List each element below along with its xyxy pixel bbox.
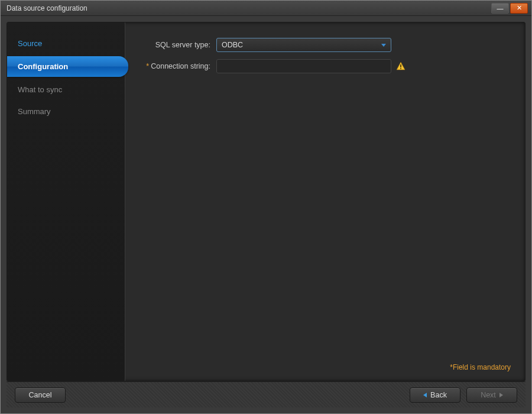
- wizard-sidebar: Source Configuration What to sync Summar…: [7, 22, 125, 381]
- main-panel: Source Configuration What to sync Summar…: [7, 22, 525, 381]
- chevron-down-icon: [381, 44, 386, 47]
- row-sql-server-type: SQL server type: ODBC: [140, 38, 511, 52]
- sidebar-item-label: What to sync: [18, 85, 62, 94]
- sidebar-item-source[interactable]: Source: [7, 34, 125, 53]
- label-connection-string: *Connection string:: [140, 62, 216, 70]
- button-label: Cancel: [29, 391, 52, 399]
- content-wrap: Source Configuration What to sync Summar…: [1, 16, 531, 413]
- minimize-icon: —: [497, 5, 504, 12]
- wizard-footer: Cancel Back Next: [7, 381, 525, 407]
- label-text: Connection string:: [151, 62, 210, 70]
- next-button[interactable]: Next: [466, 387, 517, 403]
- sidebar-item-what-to-sync[interactable]: What to sync: [7, 80, 125, 99]
- sidebar-item-label: Source: [18, 39, 42, 48]
- dialog-window: Data source configuration — ✕ Source Con…: [0, 0, 532, 414]
- button-label: Next: [481, 391, 496, 399]
- minimize-button[interactable]: —: [491, 3, 509, 14]
- mandatory-asterisk: *: [146, 62, 149, 70]
- close-button[interactable]: ✕: [510, 3, 528, 14]
- svg-rect-2: [400, 68, 401, 69]
- row-connection-string: *Connection string:: [140, 59, 511, 73]
- select-value: ODBC: [222, 41, 243, 49]
- label-sql-server-type: SQL server type:: [140, 41, 216, 49]
- mandatory-note: *Field is mandatory: [450, 363, 511, 371]
- titlebar: Data source configuration — ✕: [1, 1, 531, 16]
- window-title: Data source configuration: [7, 4, 491, 12]
- button-label: Back: [430, 391, 447, 399]
- sidebar-item-label: Configuration: [18, 62, 68, 71]
- input-connection-string[interactable]: [216, 59, 391, 73]
- warning-icon: [396, 62, 406, 71]
- chevron-left-icon: [423, 393, 427, 397]
- sidebar-item-configuration[interactable]: Configuration: [7, 56, 128, 77]
- form-area: SQL server type: ODBC *Connection string…: [125, 22, 525, 381]
- sidebar-item-label: Summary: [18, 107, 51, 116]
- back-button[interactable]: Back: [410, 387, 460, 403]
- close-icon: ✕: [517, 4, 522, 12]
- sidebar-item-summary[interactable]: Summary: [7, 102, 125, 121]
- titlebar-buttons: — ✕: [491, 3, 528, 14]
- select-sql-server-type[interactable]: ODBC: [216, 38, 391, 52]
- chevron-right-icon: [499, 393, 503, 397]
- svg-rect-1: [400, 64, 401, 67]
- cancel-button[interactable]: Cancel: [15, 387, 66, 403]
